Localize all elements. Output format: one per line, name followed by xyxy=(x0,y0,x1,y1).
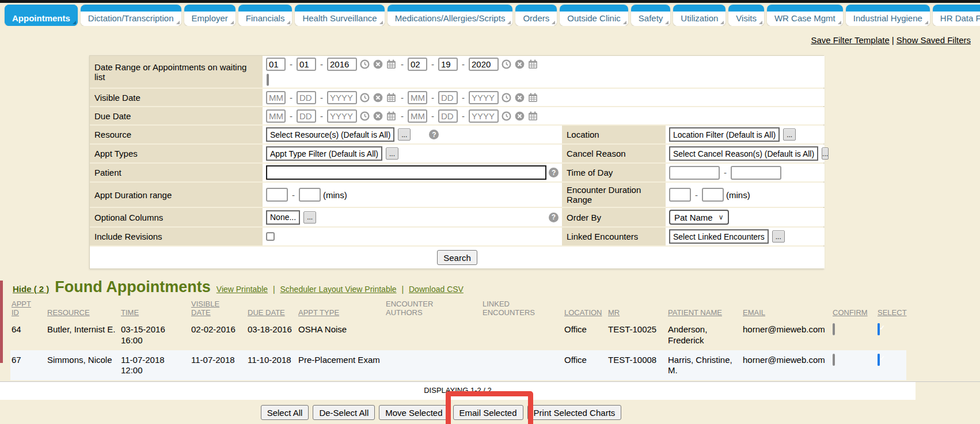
linked-encounters-picker-button[interactable]: ... xyxy=(772,230,785,243)
move-selected-button[interactable]: Move Selected xyxy=(379,405,449,420)
location-picker-button[interactable]: ... xyxy=(783,128,796,141)
date-from-day-input[interactable] xyxy=(297,58,316,71)
tab-safety[interactable]: Safety xyxy=(631,5,671,26)
hide-results-link[interactable]: Hide ( 2 ) xyxy=(13,284,49,294)
date-from-month-input[interactable] xyxy=(266,58,286,71)
col-confirm[interactable]: CONFIRM xyxy=(831,298,876,320)
time-of-day-end-input[interactable] xyxy=(731,166,781,180)
tab-financials[interactable]: Financials xyxy=(238,5,293,26)
clock-icon[interactable] xyxy=(502,111,511,121)
cancel-reason-picker-button[interactable]: ... xyxy=(822,147,829,160)
location-select[interactable]: Location Filter (Default is All) xyxy=(669,127,780,142)
clock-icon[interactable] xyxy=(502,93,511,103)
tab-orders[interactable]: Orders xyxy=(515,5,557,26)
clear-date-icon[interactable] xyxy=(515,93,525,103)
tab-health-surveillance[interactable]: Health Surveillance xyxy=(295,5,384,26)
clock-icon[interactable] xyxy=(502,59,511,69)
col-resource[interactable]: RESOURCE xyxy=(46,298,120,320)
due-from-year-input[interactable] xyxy=(327,109,357,123)
confirm-checkbox[interactable] xyxy=(833,354,835,366)
save-filter-template-link[interactable]: Save Filter Template xyxy=(811,35,889,45)
select-checkbox[interactable] xyxy=(878,354,880,366)
clear-date-icon[interactable] xyxy=(373,111,383,121)
visible-to-day-input[interactable] xyxy=(438,91,458,104)
select-checkbox[interactable] xyxy=(878,323,880,335)
optional-columns-select[interactable]: None... xyxy=(266,210,300,225)
clear-date-icon[interactable] xyxy=(373,59,383,69)
col-time[interactable]: TIME xyxy=(120,298,190,320)
calendar-icon[interactable] xyxy=(528,111,538,121)
scheduler-layout-printable-link[interactable]: Scheduler Layout View Printable xyxy=(280,285,396,294)
tab-wr-case-mgmt[interactable]: WR Case Mgmt xyxy=(767,5,843,26)
show-saved-filters-link[interactable]: Show Saved Filters xyxy=(897,35,971,45)
tab-hr-data-feed[interactable]: HR Data Feed↗ xyxy=(933,5,980,26)
due-from-day-input[interactable] xyxy=(297,109,316,123)
col-appt-id[interactable]: APPT ID xyxy=(10,298,46,320)
deselect-all-button[interactable]: De-Select All xyxy=(313,405,375,420)
help-icon[interactable]: ? xyxy=(549,168,559,177)
calendar-icon[interactable] xyxy=(386,59,396,69)
due-to-year-input[interactable] xyxy=(469,109,499,123)
date-from-year-input[interactable] xyxy=(327,58,357,71)
visible-from-day-input[interactable] xyxy=(297,91,316,104)
appt-duration-max-input[interactable] xyxy=(299,188,321,202)
confirm-checkbox[interactable] xyxy=(833,323,835,335)
select-all-button[interactable]: Select All xyxy=(261,405,309,420)
col-appt-type[interactable]: APPT TYPE xyxy=(297,298,385,320)
col-email[interactable]: EMAIL xyxy=(742,298,831,320)
col-mr[interactable]: MR xyxy=(607,298,667,320)
due-to-day-input[interactable] xyxy=(438,109,458,123)
time-of-day-start-input[interactable] xyxy=(669,166,720,180)
encounter-duration-max-input[interactable] xyxy=(702,188,724,202)
due-from-month-input[interactable] xyxy=(266,109,286,123)
col-due-date[interactable]: DUE DATE xyxy=(246,298,297,320)
view-printable-link[interactable]: View Printable xyxy=(216,285,268,294)
resource-picker-button[interactable]: ... xyxy=(398,128,411,141)
visible-to-year-input[interactable] xyxy=(469,91,499,104)
download-csv-link[interactable]: Download CSV xyxy=(409,285,464,294)
include-revisions-checkbox[interactable] xyxy=(266,232,275,241)
appt-duration-min-input[interactable] xyxy=(266,188,288,202)
clear-date-icon[interactable] xyxy=(373,93,383,103)
clock-icon[interactable] xyxy=(360,111,370,121)
visible-from-month-input[interactable] xyxy=(266,91,286,104)
order-by-select[interactable]: Pat Name∨ xyxy=(669,210,729,225)
help-icon[interactable]: ? xyxy=(429,130,439,139)
calendar-icon[interactable] xyxy=(528,93,538,103)
tab-outside-clinic[interactable]: Outside Clinic xyxy=(560,5,628,26)
help-icon[interactable]: ? xyxy=(549,213,559,222)
tab-visits[interactable]: Visits xyxy=(728,5,764,26)
clear-date-icon[interactable] xyxy=(515,111,525,121)
print-selected-charts-button[interactable]: Print Selected Charts xyxy=(527,405,622,420)
tab-utilization[interactable]: Utilization xyxy=(673,5,725,26)
col-visible-date[interactable]: VISIBLE DATE xyxy=(190,298,246,320)
linked-encounters-select[interactable]: Select Linked Encounters xyxy=(669,229,769,244)
encounter-duration-min-input[interactable] xyxy=(669,188,691,202)
resource-select[interactable]: Select Resource(s) (Default is All) xyxy=(266,127,394,142)
optional-columns-picker-button[interactable]: ... xyxy=(303,211,316,224)
tab-appointments[interactable]: Appointments xyxy=(5,5,78,26)
col-patient-name[interactable]: PATIENT NAME xyxy=(667,298,742,320)
appt-type-picker-button[interactable]: ... xyxy=(386,147,398,160)
visible-from-year-input[interactable] xyxy=(327,91,357,104)
waiting-list-checkbox[interactable] xyxy=(267,74,269,86)
calendar-icon[interactable] xyxy=(386,93,396,103)
tab-industrial-hygiene[interactable]: Industrial Hygiene xyxy=(846,5,930,26)
calendar-icon[interactable] xyxy=(386,111,396,121)
cancel-reason-select[interactable]: Select Cancel Reason(s) (Default is All) xyxy=(669,146,818,161)
col-location[interactable]: LOCATION xyxy=(563,298,607,320)
clock-icon[interactable] xyxy=(360,93,370,103)
tab-employer[interactable]: Employer xyxy=(184,5,235,26)
tab-medications-allergies-scripts[interactable]: Medications/Allergies/Scripts xyxy=(388,5,513,26)
appt-type-select[interactable]: Appt Type Filter (Default is All) xyxy=(266,146,382,161)
date-to-year-input[interactable] xyxy=(469,58,499,71)
col-select[interactable]: SELECT xyxy=(876,298,906,320)
calendar-icon[interactable] xyxy=(528,59,538,69)
search-button[interactable]: Search xyxy=(437,250,477,265)
visible-to-month-input[interactable] xyxy=(408,91,427,104)
date-to-month-input[interactable] xyxy=(408,58,427,71)
email-selected-button[interactable]: Email Selected xyxy=(453,405,523,420)
clear-date-icon[interactable] xyxy=(515,59,525,69)
date-to-day-input[interactable] xyxy=(438,58,458,71)
tab-dictation-transcription[interactable]: Dictation/Transcription xyxy=(81,5,181,26)
